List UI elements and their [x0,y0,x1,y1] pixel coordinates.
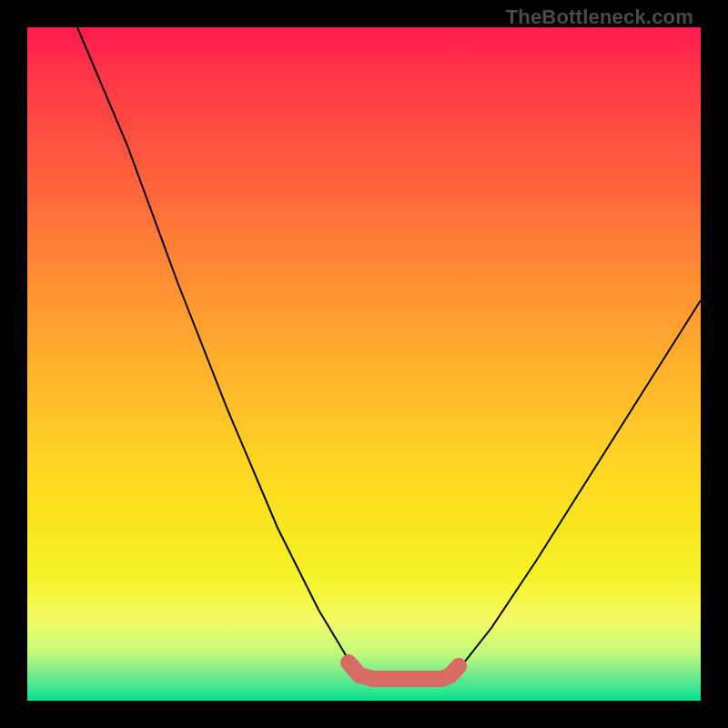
watermark-text: TheBottleneck.com [506,5,693,29]
series-flat-bottom-highlight [349,662,459,679]
series-curve [77,27,701,679]
chart-plot-area [27,27,701,701]
chart-svg [27,27,701,701]
